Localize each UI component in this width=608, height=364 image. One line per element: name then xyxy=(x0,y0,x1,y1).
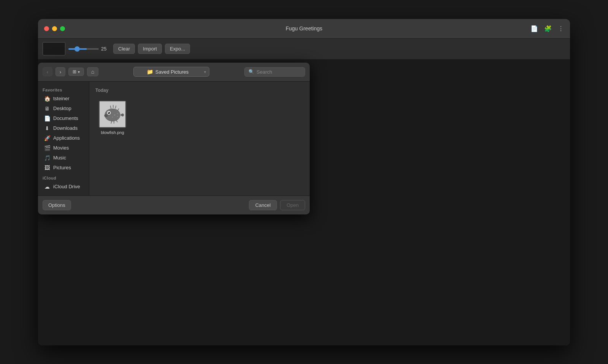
more-icon[interactable]: ⋮ xyxy=(558,25,564,32)
slider-value: 25 xyxy=(101,46,110,52)
svg-point-12 xyxy=(104,114,108,117)
downloads-icon: ⬇ xyxy=(44,125,50,131)
house-icon: ⌂ xyxy=(91,69,94,75)
dropdown-chevron-icon: ▾ xyxy=(204,70,206,74)
sidebar-label-applications: Applications xyxy=(53,135,80,141)
back-button[interactable]: ‹ xyxy=(43,67,52,76)
section-date-label: Today xyxy=(95,88,304,93)
grid-view-button[interactable]: ⊞ ▾ xyxy=(68,68,84,76)
search-placeholder: Search xyxy=(256,69,272,75)
canvas-preview xyxy=(43,42,65,55)
clear-button[interactable]: Clear xyxy=(113,44,135,54)
folder-icon: 📁 xyxy=(147,69,153,75)
window-content: ‹ › ⊞ ▾ ⌂ 📁 Saved Pict xyxy=(38,60,570,345)
file-grid: blowfish.png xyxy=(95,98,304,138)
sidebar-label-pictures: Pictures xyxy=(53,165,71,170)
minimize-button[interactable] xyxy=(52,26,57,31)
dialog-actions: Cancel Open xyxy=(249,200,305,210)
pictures-icon: 🖼 xyxy=(44,165,50,171)
location-button[interactable]: ⌂ xyxy=(87,67,98,76)
sidebar-label-movies: Movies xyxy=(53,145,69,151)
svg-point-14 xyxy=(117,113,118,114)
sidebar-item-downloads[interactable]: ⬇ Downloads xyxy=(40,123,87,133)
svg-point-13 xyxy=(114,114,116,116)
window-title: Fugu Greetings xyxy=(286,25,323,32)
svg-point-15 xyxy=(117,116,118,117)
dialog-footer: Options Cancel Open xyxy=(38,195,310,214)
extensions-icon[interactable]: 🧩 xyxy=(544,25,552,32)
size-slider[interactable] xyxy=(68,48,99,50)
sidebar-item-documents[interactable]: 📄 Documents xyxy=(40,113,87,123)
sidebar-label-icloud-drive: iCloud Drive xyxy=(53,184,80,189)
file-item-blowfish[interactable]: blowfish.png xyxy=(95,98,130,138)
documents-icon: 📄 xyxy=(44,115,50,121)
sidebar-item-movies[interactable]: 🎬 Movies xyxy=(40,143,87,153)
current-folder: Saved Pictures xyxy=(155,69,188,75)
sidebar-label-desktop: Desktop xyxy=(53,106,71,111)
svg-point-4 xyxy=(108,112,109,113)
options-button[interactable]: Options xyxy=(43,200,71,210)
sidebar-label-downloads: Downloads xyxy=(53,125,78,131)
forward-button[interactable]: › xyxy=(55,67,65,76)
traffic-lights xyxy=(44,26,65,31)
favorites-label: Favorites xyxy=(38,85,89,94)
file-picker-dialog: ‹ › ⊞ ▾ ⌂ 📁 Saved Pict xyxy=(38,63,310,214)
sidebar-item-pictures[interactable]: 🖼 Pictures xyxy=(40,163,87,173)
dialog-toolbar: ‹ › ⊞ ▾ ⌂ 📁 Saved Pict xyxy=(38,63,310,82)
home-icon: 🏠 xyxy=(44,96,50,102)
icloud-label: iCloud xyxy=(38,173,89,182)
file-name-blowfish: blowfish.png xyxy=(101,130,124,135)
movies-icon: 🎬 xyxy=(44,145,50,151)
sidebar-label-documents: Documents xyxy=(53,115,78,121)
path-dropdown[interactable]: 📁 Saved Pictures ▾ xyxy=(133,67,209,77)
maximize-button[interactable] xyxy=(60,26,65,31)
chevron-left-icon: ‹ xyxy=(47,69,48,75)
sidebar-item-desktop[interactable]: 🖥 Desktop xyxy=(40,104,87,113)
import-button[interactable]: Import xyxy=(138,44,162,54)
sidebar-label-music: Music xyxy=(53,155,66,161)
document-icon[interactable]: 📄 xyxy=(530,25,538,32)
locations-label: Locations xyxy=(38,192,89,195)
desktop-icon: 🖥 xyxy=(44,106,50,112)
cancel-button[interactable]: Cancel xyxy=(249,200,277,210)
file-thumbnail-blowfish xyxy=(99,101,126,128)
title-bar-actions: 📄 🧩 ⋮ xyxy=(530,25,564,32)
file-browser-content: Today xyxy=(89,82,310,195)
close-button[interactable] xyxy=(44,26,49,31)
export-button[interactable]: Expo... xyxy=(165,44,190,54)
toolbar: 25 Clear Import Expo... xyxy=(38,39,570,60)
svg-point-3 xyxy=(108,112,110,114)
path-selector: 📁 Saved Pictures ▾ xyxy=(101,67,241,77)
sidebar-item-icloud-drive[interactable]: ☁ iCloud Drive xyxy=(40,182,87,192)
music-icon: 🎵 xyxy=(44,155,50,161)
grid-icon: ⊞ xyxy=(73,69,76,74)
svg-point-16 xyxy=(112,117,113,118)
search-box[interactable]: 🔍 Search xyxy=(244,67,305,77)
dialog-body: Favorites 🏠 tsteiner 🖥 Desktop 📄 Documen… xyxy=(38,82,310,195)
main-window: Fugu Greetings 📄 🧩 ⋮ 25 Clear Import Exp… xyxy=(38,19,570,345)
slider-container: 25 xyxy=(68,46,110,52)
applications-icon: 🚀 xyxy=(44,135,50,141)
icloud-icon: ☁ xyxy=(44,184,50,190)
title-bar: Fugu Greetings 📄 🧩 ⋮ xyxy=(38,19,570,39)
chevron-down-icon: ▾ xyxy=(78,70,80,74)
sidebar-item-music[interactable]: 🎵 Music xyxy=(40,153,87,163)
sidebar-item-tsteiner[interactable]: 🏠 tsteiner xyxy=(40,94,87,104)
sidebar: Favorites 🏠 tsteiner 🖥 Desktop 📄 Documen… xyxy=(38,82,89,195)
chevron-right-icon: › xyxy=(60,69,61,75)
sidebar-label-tsteiner: tsteiner xyxy=(53,96,70,101)
open-button[interactable]: Open xyxy=(280,200,305,210)
blowfish-image xyxy=(100,101,125,127)
search-icon: 🔍 xyxy=(249,69,254,74)
sidebar-item-applications[interactable]: 🚀 Applications xyxy=(40,133,87,143)
